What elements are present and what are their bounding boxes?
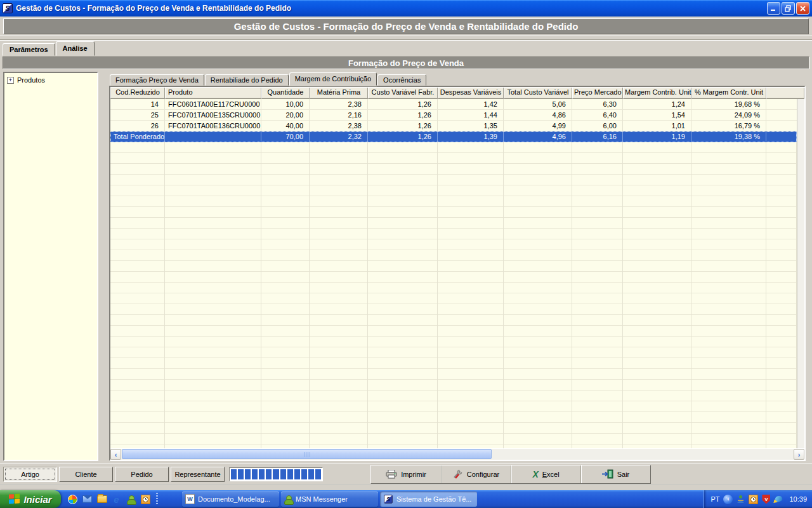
tab-analise[interactable]: Análise [56,41,95,56]
close-button[interactable] [796,2,809,15]
table-row[interactable]: 26 FFC0701TA00E136CRU0000 40,00 2,38 1,2… [110,121,797,131]
section-title: Formação do Preço de Venda [3,57,809,69]
cell-filler [766,131,797,142]
main-tabstrip: Parâmetros Análise [0,41,812,56]
clock-icon[interactable] [749,495,758,504]
system-tray: PT ‹ V 10:39 [704,490,812,508]
cell: 2,32 [310,131,368,142]
sair-button[interactable]: Sair [580,465,650,483]
progress-segment [231,469,237,479]
cell: 1,44 [438,110,504,121]
tab-margem-contribuicao[interactable]: Margem de Contribuição [289,72,377,86]
excel-button[interactable]: X Excel [511,465,580,483]
cell: 2,38 [310,99,368,110]
configurar-button[interactable]: Configurar [441,465,511,483]
scroll-left-icon[interactable]: ‹ [110,449,121,460]
column-header-filler [766,87,804,98]
progress-segment [280,469,286,479]
antivirus-shield-icon[interactable]: V [762,495,770,504]
task-sistema-gestao[interactable]: Sistema de Gestão Tê... [380,491,477,507]
excel-icon: X [532,470,538,479]
bird-icon[interactable] [774,495,784,504]
task-label: Sistema de Gestão Tê... [396,495,471,503]
table-row[interactable]: 14 FFC0601TA00E117CRU0000 10,00 2,38 1,2… [110,99,797,110]
task-documento[interactable]: Documento_Modelag... [182,491,279,507]
cell-cod: 25 [110,110,165,121]
cliente-button[interactable]: Cliente [59,467,113,482]
expand-icon[interactable]: + [7,77,14,84]
cell: 4,96 [504,131,572,142]
inner-tabstrip: Formação Preço de Venda Rentabiliade do … [109,72,806,86]
word-icon [185,494,195,504]
cell-produto: FFC0601TA00E117CRU0000 [165,99,261,110]
vertical-scrollbar[interactable] [797,99,804,448]
scrollbar-thumb[interactable] [122,449,492,459]
messenger-icon[interactable] [126,494,136,505]
column-header[interactable]: Custo Variável Fabr. [368,87,438,98]
scroll-right-icon[interactable]: › [794,449,804,460]
cell-filler [766,110,797,121]
progress-segment [266,469,272,479]
total-label: Total Ponderado [110,131,165,142]
window-titlebar: Gestão de Custos - Formação do Preço de … [0,0,812,17]
tab-formacao-preco[interactable]: Formação Preço de Venda [110,74,204,86]
progress-segment [301,469,307,479]
horizontal-scrollbar[interactable]: ‹ › [110,448,804,460]
column-header[interactable]: Margem Contrib. Unit [623,87,691,98]
column-header[interactable]: Despesas Variáveis [438,87,504,98]
imprimir-button[interactable]: Imprimir [371,465,441,483]
task-buttons: Documento_Modelag... MSN Messenger Siste… [163,490,477,508]
hide-icons-chevron[interactable]: ‹ [723,495,733,504]
language-indicator[interactable]: PT [710,495,719,503]
column-header[interactable]: Total Custo Variável [504,87,572,98]
folder-icon[interactable] [96,494,107,505]
cell: 2,38 [310,121,368,131]
representante-button[interactable]: Representante [171,467,225,482]
window-title: Gestão de Custos - Formação do Preço de … [16,4,764,13]
product-tree-panel: + Produtos [3,72,98,461]
column-header[interactable]: Cod.Reduzido [110,87,165,98]
cell: 16,79 % [691,121,766,131]
cell: 40,00 [261,121,310,131]
cell: 6,16 [572,131,623,142]
restore-button[interactable] [782,2,795,15]
tab-ocorrencias[interactable]: Ocorrências [377,74,426,86]
column-header[interactable]: % Margem Contr. Unit [691,87,766,98]
task-msn-messenger[interactable]: MSN Messenger [281,491,378,507]
task-label: Documento_Modelag... [198,495,270,503]
artigo-button[interactable]: Artigo [3,467,57,482]
tab-rentabilidade[interactable]: Rentabiliade do Pedido [205,74,289,86]
tab-parametros[interactable]: Parâmetros [3,43,55,56]
task-label: MSN Messenger [296,495,348,503]
tree-item-produtos[interactable]: + Produtos [7,76,95,84]
user-icon[interactable] [737,495,745,504]
progress-segment [315,469,321,479]
minimize-button[interactable] [767,2,780,15]
progress-segment [273,469,278,479]
pedido-button[interactable]: Pedido [115,467,169,482]
outlook-express-icon[interactable] [82,494,93,505]
main-content: + Produtos Formação Preço de Venda Renta… [0,70,812,464]
configurar-label: Configurar [467,471,499,478]
progress-bar [229,467,323,481]
cell: 1,01 [623,121,691,131]
cell-cod: 14 [110,99,165,110]
column-header[interactable]: Preço Mercado [572,87,623,98]
cell: 19,68 % [691,99,766,110]
table-row[interactable]: 25 FFC0701TA00E135CRU0000 20,00 2,16 1,2… [110,110,797,121]
clock-time[interactable]: 10:39 [788,495,807,503]
column-header[interactable]: Quantidade [261,87,310,98]
internet-explorer-icon[interactable]: e [111,494,122,505]
clock-app-icon[interactable] [140,494,151,505]
start-button[interactable]: Iniciar [0,490,61,508]
cell [165,131,261,142]
exit-door-icon [602,469,613,479]
column-header[interactable]: Produto [165,87,261,98]
cell: 1,24 [623,99,691,110]
total-row[interactable]: Total Ponderado 70,00 2,32 1,26 1,39 4,9… [110,131,797,142]
column-header[interactable]: Matéria Prima [310,87,368,98]
cell-filler [766,99,797,110]
msn-logo-icon[interactable] [67,494,78,505]
progress-segment [259,469,265,479]
toolbar-strip [0,36,812,41]
